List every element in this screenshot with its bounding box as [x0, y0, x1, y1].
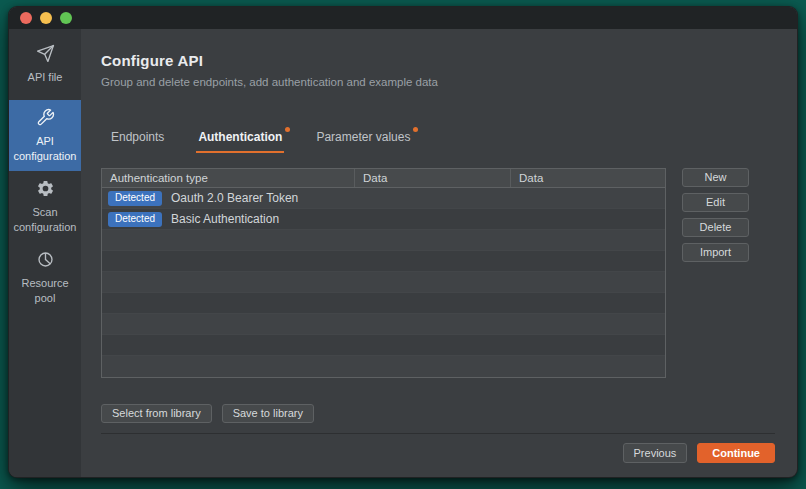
app-window: API file API configuration Scan configur… [8, 6, 798, 478]
paper-plane-icon [36, 44, 55, 63]
notification-dot [285, 127, 290, 132]
column-header-data-1: Data [354, 169, 510, 187]
delete-button[interactable]: Delete [682, 218, 749, 237]
column-header-authentication-type: Authentication type [102, 169, 354, 187]
gear-icon [36, 179, 55, 198]
sidebar-item-api-configuration[interactable]: API configuration [9, 100, 81, 171]
edit-button[interactable]: Edit [682, 193, 749, 212]
continue-button[interactable]: Continue [697, 443, 775, 463]
tab-authentication[interactable]: Authentication [196, 130, 284, 153]
titlebar [9, 7, 797, 29]
sidebar-item-resource-pool[interactable]: Resource pool [9, 242, 81, 313]
new-button[interactable]: New [682, 168, 749, 187]
empty-table-row [102, 293, 665, 314]
detected-badge: Detected [108, 212, 162, 227]
detected-badge: Detected [108, 191, 162, 206]
empty-table-row [102, 356, 665, 377]
zoom-button[interactable] [60, 12, 72, 24]
save-to-library-button[interactable]: Save to library [222, 404, 314, 423]
previous-button[interactable]: Previous [623, 443, 688, 463]
table-row[interactable]: Detected Basic Authentication [102, 209, 665, 230]
column-header-data-2: Data [510, 169, 665, 187]
wrench-icon [36, 108, 55, 127]
empty-table-row [102, 251, 665, 272]
empty-table-row [102, 272, 665, 293]
wizard-footer: Previous Continue [101, 433, 775, 477]
auth-type-name: Oauth 2.0 Bearer Token [171, 191, 298, 205]
empty-table-row [102, 335, 665, 356]
page-title: Configure API [101, 52, 775, 69]
close-button[interactable] [20, 12, 32, 24]
tab-endpoints[interactable]: Endpoints [109, 130, 166, 153]
auth-type-name: Basic Authentication [171, 212, 279, 226]
sidebar-item-scan-configuration[interactable]: Scan configuration [9, 171, 81, 242]
table-row[interactable]: Detected Oauth 2.0 Bearer Token [102, 188, 665, 209]
sidebar-item-label: Scan configuration [12, 205, 78, 234]
import-button[interactable]: Import [682, 243, 749, 262]
sidebar-item-api-file[interactable]: API file [9, 29, 81, 100]
sidebar: API file API configuration Scan configur… [9, 29, 81, 477]
empty-table-row [102, 230, 665, 251]
table-action-buttons: New Edit Delete Import [682, 168, 749, 378]
authentication-table: Authentication type Data Data Detected O… [101, 168, 666, 378]
empty-table-row [102, 314, 665, 335]
notification-dot [413, 127, 418, 132]
sidebar-item-label: Resource pool [12, 276, 78, 305]
tab-bar: Endpoints Authentication Parameter value… [101, 130, 775, 153]
table-body: Detected Oauth 2.0 Bearer Token Detected… [102, 188, 665, 377]
sidebar-item-label: API file [28, 70, 63, 84]
main-content: Configure API Group and delete endpoints… [81, 29, 797, 477]
pie-chart-icon [36, 250, 55, 269]
tab-parameter-values[interactable]: Parameter values [314, 130, 412, 153]
library-buttons: Select from library Save to library [101, 404, 775, 423]
sidebar-item-label: API configuration [12, 134, 78, 163]
minimize-button[interactable] [40, 12, 52, 24]
page-subtitle: Group and delete endpoints, add authenti… [101, 76, 775, 88]
table-header: Authentication type Data Data [102, 169, 665, 188]
select-from-library-button[interactable]: Select from library [101, 404, 212, 423]
